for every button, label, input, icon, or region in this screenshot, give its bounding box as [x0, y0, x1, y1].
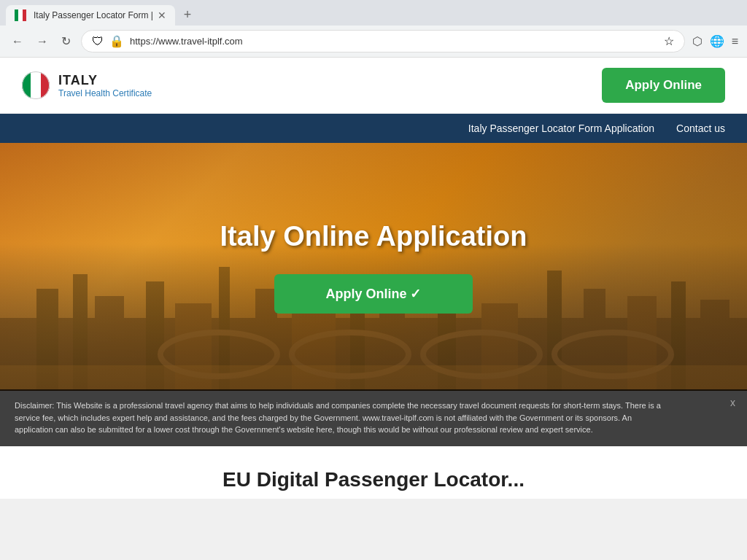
- tab-title: Italy Passenger Locator Form |: [34, 10, 153, 20]
- menu-button[interactable]: ≡: [732, 35, 738, 48]
- disclaimer-close-button[interactable]: x: [730, 397, 735, 408]
- svg-rect-6: [31, 71, 41, 99]
- address-bar[interactable]: 🛡 🔒 https://www.travel-itplf.com ☆: [81, 30, 685, 52]
- tab-favicon: [15, 9, 26, 21]
- star-icon[interactable]: ☆: [664, 34, 674, 48]
- hero-section: Italy Online Application Apply Online ✓: [0, 143, 747, 391]
- logo-text: ITALY Travel Health Certificate: [58, 73, 152, 98]
- logo-area: ITALY Travel Health Certificate: [22, 71, 152, 99]
- shield-icon: 🛡: [92, 35, 104, 48]
- back-button[interactable]: ←: [9, 32, 26, 51]
- new-tab-button[interactable]: +: [178, 4, 198, 26]
- hero-apply-online-button[interactable]: Apply Online ✓: [274, 274, 472, 314]
- svg-rect-0: [15, 9, 18, 21]
- profile-button[interactable]: 🌐: [710, 34, 724, 48]
- browser-chrome: Italy Passenger Locator Form | ✕ + ← → ↻…: [0, 0, 747, 58]
- browser-icons: ⬡ 🌐 ≡: [692, 34, 738, 48]
- site-title: ITALY: [58, 73, 152, 88]
- nav-link-contact[interactable]: Contact us: [676, 122, 725, 134]
- tab-close-btn[interactable]: ✕: [158, 9, 166, 21]
- disclaimer-text: Disclaimer: This Website is a profession…: [15, 400, 671, 436]
- website-content: ITALY Travel Health Certificate Apply On…: [0, 58, 747, 499]
- italy-flag-logo: [22, 71, 50, 99]
- lock-icon: 🔒: [109, 34, 124, 48]
- svg-rect-31: [0, 365, 747, 391]
- site-subtitle: Travel Health Certificate: [58, 88, 152, 98]
- svg-rect-1: [18, 9, 23, 21]
- active-tab[interactable]: Italy Passenger Locator Form | ✕: [6, 5, 175, 26]
- below-fold-title: EU Digital Passenger Locator...: [22, 468, 725, 491]
- header-apply-online-button[interactable]: Apply Online: [602, 68, 725, 103]
- disclaimer-bar: Disclaimer: This Website is a profession…: [0, 389, 747, 446]
- tab-bar: Italy Passenger Locator Form | ✕ +: [0, 0, 747, 26]
- below-fold-section: EU Digital Passenger Locator...: [0, 446, 747, 499]
- pocket-button[interactable]: ⬡: [692, 34, 703, 48]
- nav-link-locator-form[interactable]: Italy Passenger Locator Form Application: [468, 122, 654, 134]
- svg-rect-2: [23, 9, 26, 21]
- forward-button[interactable]: →: [34, 32, 51, 51]
- url-text: https://www.travel-itplf.com: [130, 36, 658, 47]
- hero-title: Italy Online Application: [220, 221, 527, 252]
- site-nav: Italy Passenger Locator Form Application…: [0, 114, 747, 143]
- hero-content: Italy Online Application Apply Online ✓: [220, 221, 527, 314]
- refresh-button[interactable]: ↻: [58, 31, 74, 51]
- site-header: ITALY Travel Health Certificate Apply On…: [0, 58, 747, 114]
- address-bar-row: ← → ↻ 🛡 🔒 https://www.travel-itplf.com ☆…: [0, 26, 747, 57]
